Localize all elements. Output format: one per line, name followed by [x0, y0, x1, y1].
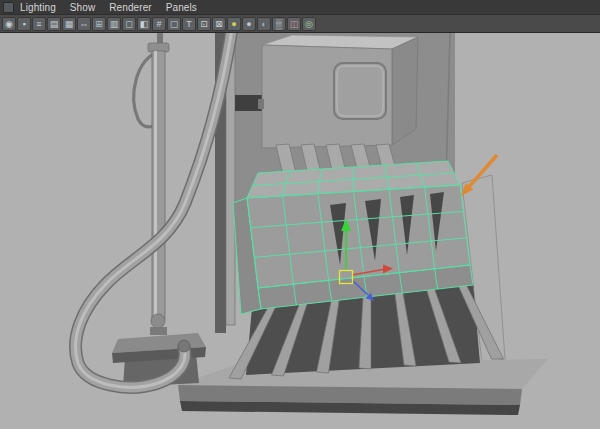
- panel-menu-bar: LightingShowRendererPanels: [0, 0, 600, 15]
- 3d-viewport-panel: LightingShowRendererPanels ◉▪≡▤▦⇔⊞▥◻◧#▢T…: [0, 0, 600, 429]
- all-lights-icon[interactable]: ●: [242, 17, 256, 31]
- shadows-icon[interactable]: ◐: [257, 17, 271, 31]
- default-lighting-icon[interactable]: ●: [227, 17, 241, 31]
- control-box-mesh[interactable]: [258, 35, 418, 148]
- menu-item-panels[interactable]: Panels: [166, 1, 197, 14]
- image-plane-icon[interactable]: ▦: [62, 17, 76, 31]
- isolate-select-icon[interactable]: ◎: [302, 17, 316, 31]
- field-chart-icon[interactable]: #: [152, 17, 166, 31]
- pan-zoom-icon[interactable]: ⇔: [77, 17, 91, 31]
- menu-item-lighting[interactable]: Lighting: [20, 1, 56, 14]
- bookmarks-icon[interactable]: ▤: [47, 17, 61, 31]
- frame-selection-icon[interactable]: ⊠: [212, 17, 226, 31]
- lock-camera-icon[interactable]: ▪: [17, 17, 31, 31]
- film-gate-icon[interactable]: ▥: [107, 17, 121, 31]
- xray-icon[interactable]: ▒: [272, 17, 286, 31]
- safe-action-icon[interactable]: ▢: [167, 17, 181, 31]
- menu-items: LightingShowRendererPanels: [20, 1, 197, 14]
- resolution-gate-icon[interactable]: ◻: [122, 17, 136, 31]
- gate-mask-icon[interactable]: ◧: [137, 17, 151, 31]
- frame-all-icon[interactable]: ⊡: [197, 17, 211, 31]
- menu-item-renderer[interactable]: Renderer: [109, 1, 152, 14]
- menu-item-show[interactable]: Show: [70, 1, 95, 14]
- wireframe-on-shaded-icon[interactable]: ◫: [287, 17, 301, 31]
- viewport-toolbar: ◉▪≡▤▦⇔⊞▥◻◧#▢T⊡⊠●●◐▒◫◎: [0, 15, 600, 33]
- safe-title-icon[interactable]: T: [182, 17, 196, 31]
- viewport-3d[interactable]: [0, 33, 600, 429]
- panel-menu-icon[interactable]: [3, 2, 14, 13]
- select-camera-icon[interactable]: ◉: [2, 17, 16, 31]
- camera-attributes-icon[interactable]: ≡: [32, 17, 46, 31]
- viewport-toolbar-icons: ◉▪≡▤▦⇔⊞▥◻◧#▢T⊡⊠●●◐▒◫◎: [2, 17, 317, 31]
- grid-icon[interactable]: ⊞: [92, 17, 106, 31]
